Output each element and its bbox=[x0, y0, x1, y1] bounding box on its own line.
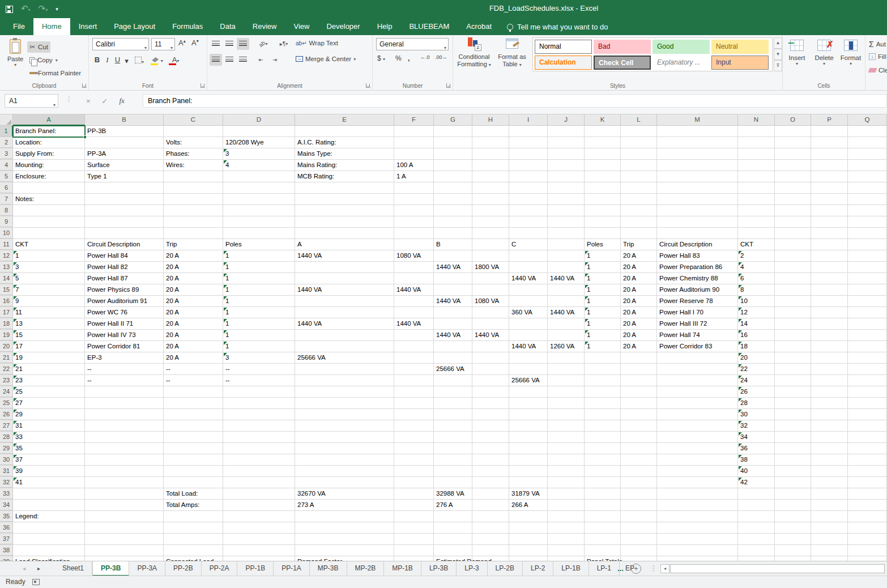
sheet-tab-lp-3b[interactable]: LP-3B bbox=[421, 561, 457, 576]
cell-C38[interactable] bbox=[164, 545, 223, 556]
cell-O30[interactable] bbox=[775, 454, 811, 465]
cell-I21[interactable] bbox=[509, 352, 548, 363]
cell-M39[interactable] bbox=[657, 556, 738, 561]
cell-O24[interactable] bbox=[775, 386, 811, 397]
fill-color-icon[interactable]: ▾ bbox=[150, 54, 165, 66]
cell-F11[interactable] bbox=[394, 239, 434, 250]
cell-I28[interactable] bbox=[509, 432, 548, 442]
column-header-L[interactable]: L bbox=[621, 114, 657, 126]
cell-N9[interactable] bbox=[738, 216, 775, 227]
cell-Q30[interactable] bbox=[848, 454, 887, 465]
cell-Q28[interactable] bbox=[848, 432, 887, 442]
cell-O5[interactable] bbox=[775, 171, 811, 182]
menu-tab-file[interactable]: File bbox=[5, 18, 33, 35]
cell-H24[interactable] bbox=[472, 386, 509, 397]
cell-H4[interactable] bbox=[472, 160, 509, 171]
sheet-tab-lp-2b[interactable]: LP-2B bbox=[488, 561, 523, 576]
cell-J25[interactable] bbox=[548, 398, 585, 408]
cell-B29[interactable] bbox=[85, 443, 164, 454]
cell-G2[interactable] bbox=[434, 137, 472, 148]
cut-button[interactable]: ✂ Cut bbox=[27, 41, 50, 53]
align-middle-icon[interactable] bbox=[223, 38, 236, 50]
cell-J18[interactable] bbox=[548, 318, 585, 329]
cell-I15[interactable] bbox=[509, 284, 548, 295]
cell-I2[interactable] bbox=[509, 137, 548, 148]
cell-Q21[interactable] bbox=[848, 352, 887, 363]
underline-dropdown-icon[interactable]: ▾ bbox=[122, 54, 131, 66]
first-sheet-icon[interactable]: ◂ bbox=[23, 561, 25, 576]
cell-Q20[interactable] bbox=[848, 341, 887, 352]
cell-D37[interactable] bbox=[223, 534, 295, 544]
cell-C28[interactable] bbox=[164, 432, 223, 442]
cell-L33[interactable] bbox=[621, 488, 657, 499]
cell-P26[interactable] bbox=[811, 409, 848, 420]
cell-E11[interactable] bbox=[295, 239, 394, 250]
row-header-34[interactable]: 34 bbox=[0, 500, 13, 510]
cell-E13[interactable] bbox=[295, 262, 394, 272]
cell-L8[interactable] bbox=[621, 205, 657, 216]
cell-E35[interactable] bbox=[295, 511, 394, 522]
cell-H27[interactable] bbox=[472, 420, 509, 431]
underline-button[interactable]: U bbox=[113, 54, 122, 66]
cell-L24[interactable] bbox=[621, 386, 657, 397]
cell-I7[interactable] bbox=[509, 194, 548, 204]
decrease-indent-icon[interactable]: ⇤ bbox=[255, 54, 267, 66]
column-header-G[interactable]: G bbox=[434, 114, 472, 126]
cell-F19[interactable] bbox=[394, 330, 434, 340]
cell-C7[interactable] bbox=[164, 194, 223, 204]
cell-E6[interactable] bbox=[295, 182, 394, 193]
cell-D9[interactable] bbox=[223, 216, 295, 227]
cell-I26[interactable] bbox=[509, 409, 548, 420]
cell-H32[interactable] bbox=[472, 477, 509, 488]
cell-E28[interactable] bbox=[295, 432, 394, 442]
alignment-dialog-launcher[interactable] bbox=[366, 83, 370, 88]
cell-D1[interactable] bbox=[223, 126, 295, 137]
cell-H3[interactable] bbox=[472, 148, 509, 159]
column-header-B[interactable]: B bbox=[85, 114, 164, 126]
increase-font-icon[interactable]: A▴ bbox=[178, 39, 186, 47]
cell-N1[interactable] bbox=[738, 126, 775, 137]
cell-L32[interactable] bbox=[621, 477, 657, 488]
cell-E38[interactable] bbox=[295, 545, 394, 556]
cell-O32[interactable] bbox=[775, 477, 811, 488]
cell-D6[interactable] bbox=[223, 182, 295, 193]
cell-M23[interactable] bbox=[657, 375, 738, 386]
cell-E32[interactable] bbox=[295, 477, 394, 488]
cell-M22[interactable] bbox=[657, 364, 738, 374]
cell-F37[interactable] bbox=[394, 534, 434, 544]
cell-B28[interactable] bbox=[85, 432, 164, 442]
row-header-12[interactable]: 12 bbox=[0, 250, 13, 261]
cell-Q3[interactable] bbox=[848, 148, 887, 159]
cell-I24[interactable] bbox=[509, 386, 548, 397]
cell-P30[interactable] bbox=[811, 454, 848, 465]
copy-button[interactable]: Copy ▾ bbox=[27, 54, 60, 66]
cell-O25[interactable] bbox=[775, 398, 811, 408]
cell-J36[interactable] bbox=[548, 522, 585, 533]
menu-tab-data[interactable]: Data bbox=[211, 18, 244, 35]
cell-L23[interactable] bbox=[621, 375, 657, 386]
cell-I10[interactable] bbox=[509, 228, 548, 238]
cell-H6[interactable] bbox=[472, 182, 509, 193]
formula-bar-splitter[interactable]: ⋮ bbox=[66, 95, 73, 103]
sheet-tab-lp-3[interactable]: LP-3 bbox=[457, 561, 487, 576]
cell-C23[interactable] bbox=[164, 375, 223, 386]
cell-Q23[interactable] bbox=[848, 375, 887, 386]
cell-F26[interactable] bbox=[394, 409, 434, 420]
cell-Q12[interactable] bbox=[848, 250, 887, 261]
cell-P13[interactable] bbox=[811, 262, 848, 272]
cell-Q18[interactable] bbox=[848, 318, 887, 329]
cell-J12[interactable] bbox=[548, 250, 585, 261]
cancel-icon[interactable]: × bbox=[86, 97, 91, 105]
row-header-11[interactable]: 11 bbox=[0, 239, 13, 250]
hscroll-left-icon[interactable]: ◂ bbox=[660, 564, 669, 573]
cell-N38[interactable] bbox=[738, 545, 775, 556]
menu-tab-bluebeam[interactable]: BLUEBEAM bbox=[400, 18, 458, 35]
cell-Q7[interactable] bbox=[848, 194, 887, 204]
cell-D39[interactable] bbox=[223, 556, 295, 561]
cell-A31[interactable] bbox=[13, 466, 85, 476]
cell-O11[interactable] bbox=[775, 239, 811, 250]
cell-Q16[interactable] bbox=[848, 296, 887, 306]
cell-N37[interactable] bbox=[738, 534, 775, 544]
cell-P15[interactable] bbox=[811, 284, 848, 295]
cell-N33[interactable] bbox=[738, 488, 775, 499]
